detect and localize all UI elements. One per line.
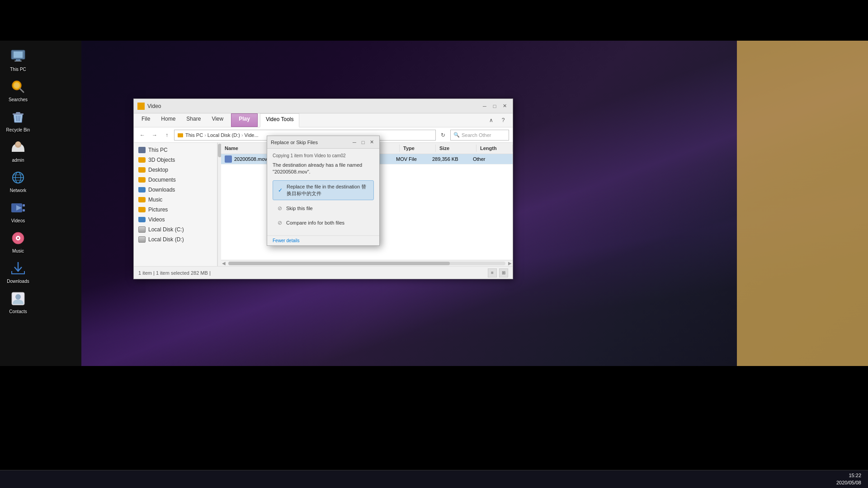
desktop-icon-network[interactable]: Network <box>2 166 34 196</box>
sidebar-item-desktop[interactable]: Desktop <box>134 165 217 175</box>
status-bar: 1 item | 1 item selected 282 MB | ≡ ⊞ <box>134 266 513 279</box>
sidebar-item-pictures[interactable]: Pictures <box>134 205 217 215</box>
sidebar-item-localc[interactable]: Local Disk (C:) <box>134 225 217 235</box>
replace-skip-dialog: Replace or Skip Files ─ □ ✕ Copying 1 it… <box>267 136 380 246</box>
contacts-icon <box>9 290 27 308</box>
svg-line-10 <box>16 116 17 121</box>
desktop: This PC Searches <box>0 0 868 488</box>
desktop-icon-admin[interactable]: admin <box>2 136 34 165</box>
searches-icon <box>9 78 27 96</box>
tab-videotools[interactable]: Video Tools <box>260 113 300 127</box>
dialog-title: Replace or Skip Files <box>271 140 350 145</box>
sidebar-item-documents[interactable]: Documents <box>134 175 217 185</box>
music-icon-sm <box>138 197 146 202</box>
desktop-icon-contacts[interactable]: Contacts <box>2 287 34 317</box>
tab-view[interactable]: View <box>206 113 229 127</box>
dialog-option-replace-label: Replace the file in the destination 替换目标… <box>287 183 370 197</box>
h-scrollbar-thumb[interactable] <box>228 262 450 265</box>
sidebar-item-3dobjects[interactable]: 3D Objects <box>134 155 217 165</box>
search-icon: 🔍 <box>453 132 460 138</box>
desktop-icon-sm <box>138 167 146 173</box>
desktop-icon-thispc-label: This PC <box>10 67 26 72</box>
desktop-icon-music[interactable]: Music <box>2 227 34 256</box>
sidebar-item-music[interactable]: Music <box>134 195 217 205</box>
tab-home[interactable]: Home <box>156 113 181 127</box>
scroll-left-btn[interactable]: ◀ <box>222 261 226 266</box>
svg-point-26 <box>17 237 19 239</box>
desktop-icon-music-label: Music <box>12 249 24 254</box>
play-button[interactable]: Play <box>231 113 258 127</box>
sidebar-item-downloads[interactable]: Downloads <box>134 185 217 195</box>
sidebar-item-thispc[interactable]: This PC <box>134 145 217 155</box>
taskbar-time: 15:22 2020/05/08 <box>836 472 861 486</box>
h-scrollbar-track <box>228 262 505 265</box>
dialog-minimize-btn[interactable]: ─ <box>350 138 359 146</box>
dialog-titlebar: Replace or Skip Files ─ □ ✕ <box>267 136 379 149</box>
svg-line-12 <box>19 116 20 121</box>
desktop-icon-searches-label: Searches <box>9 97 28 103</box>
taskbar: 15:22 2020/05/08 <box>0 470 868 488</box>
dialog-option-compare[interactable]: ⊘ Compare info for both files <box>273 216 374 229</box>
desktop-icon-recycle-label: Recycle Bin <box>6 127 30 133</box>
explorer-sidebar: This PC 3D Objects Desktop Documents <box>134 143 217 266</box>
file-length: Other <box>473 156 509 162</box>
recycle-icon <box>9 108 27 126</box>
path-thispc: This PC <box>185 132 203 138</box>
downloads-icon-sm <box>138 187 146 192</box>
up-button[interactable]: ↑ <box>162 130 172 140</box>
refresh-button[interactable]: ↻ <box>438 130 448 140</box>
option-compare-icon: ⊘ <box>276 219 283 226</box>
desktop-icons: This PC Searches <box>0 41 81 366</box>
ribbon-help-btn[interactable]: ? <box>498 115 508 125</box>
tab-share[interactable]: Share <box>181 113 206 127</box>
svg-point-7 <box>15 84 19 87</box>
dialog-restore-btn[interactable]: □ <box>359 138 367 146</box>
close-button[interactable]: ✕ <box>500 102 509 111</box>
col-type[interactable]: Type <box>400 145 436 152</box>
back-button[interactable]: ← <box>137 130 147 140</box>
path-video: Vide... <box>245 132 259 138</box>
search-placeholder: Search Other <box>462 132 491 138</box>
desktop-icon-downloads[interactable]: Downloads <box>2 257 34 286</box>
network-icon <box>9 169 27 187</box>
ribbon-tabs: File Home Share View Play Video Tools ∧ … <box>134 113 513 127</box>
dialog-copy-info: Copying 1 item from Video to cam02 <box>273 153 374 158</box>
ribbon: File Home Share View Play Video Tools ∧ … <box>134 113 513 127</box>
explorer-titlebar: Video ─ □ ✕ <box>134 99 513 113</box>
desktop-icon-searches[interactable]: Searches <box>2 75 34 105</box>
ribbon-collapse-btn[interactable]: ∧ <box>486 115 496 125</box>
forward-button[interactable]: → <box>150 130 160 140</box>
dialog-footer[interactable]: Fewer details <box>267 235 379 245</box>
col-length[interactable]: Length <box>476 145 513 152</box>
desktop-icon-downloads-label: Downloads <box>7 279 29 284</box>
dialog-option-replace[interactable]: ✓ Replace the file in the destination 替换… <box>273 180 374 200</box>
search-box[interactable]: 🔍 Search Other <box>450 130 509 141</box>
locald-icon-sm <box>138 236 146 243</box>
sidebar-item-locald[interactable]: Local Disk (D:) <box>134 235 217 244</box>
view-details-btn[interactable]: ≡ <box>488 268 497 277</box>
black-bar-top <box>0 0 868 41</box>
documents-icon-sm <box>138 177 146 183</box>
scroll-right-btn[interactable]: ▶ <box>508 261 512 266</box>
3dobjects-icon-sm <box>138 157 146 163</box>
dialog-option-skip[interactable]: ⊘ Skip this file <box>273 202 374 215</box>
explorer-title-folder-icon <box>137 103 145 110</box>
sidebar-scrollbar-thumb[interactable] <box>218 144 221 157</box>
col-size[interactable]: Size <box>436 145 476 152</box>
dialog-close-btn[interactable]: ✕ <box>368 138 376 146</box>
dialog-message: The destination already has a file named… <box>273 162 374 176</box>
dialog-body: Copying 1 item from Video to cam02 The d… <box>267 149 379 235</box>
desktop-icon-thispc[interactable]: This PC <box>2 45 34 75</box>
desktop-icon-videos[interactable]: Videos <box>2 197 34 226</box>
view-icons-btn[interactable]: ⊞ <box>499 268 508 277</box>
dialog-option-compare-label: Compare info for both files <box>286 220 344 225</box>
maximize-button[interactable]: □ <box>490 102 499 111</box>
svg-rect-23 <box>23 209 25 211</box>
sidebar-item-videos[interactable]: Videos <box>134 215 217 225</box>
minimize-button[interactable]: ─ <box>480 102 489 111</box>
desktop-icon-contacts-label: Contacts <box>9 309 27 314</box>
desktop-icon-recycle[interactable]: Recycle Bin <box>2 106 34 135</box>
pc-icon <box>9 47 27 66</box>
right-panel <box>737 41 868 366</box>
tab-file[interactable]: File <box>136 113 156 127</box>
